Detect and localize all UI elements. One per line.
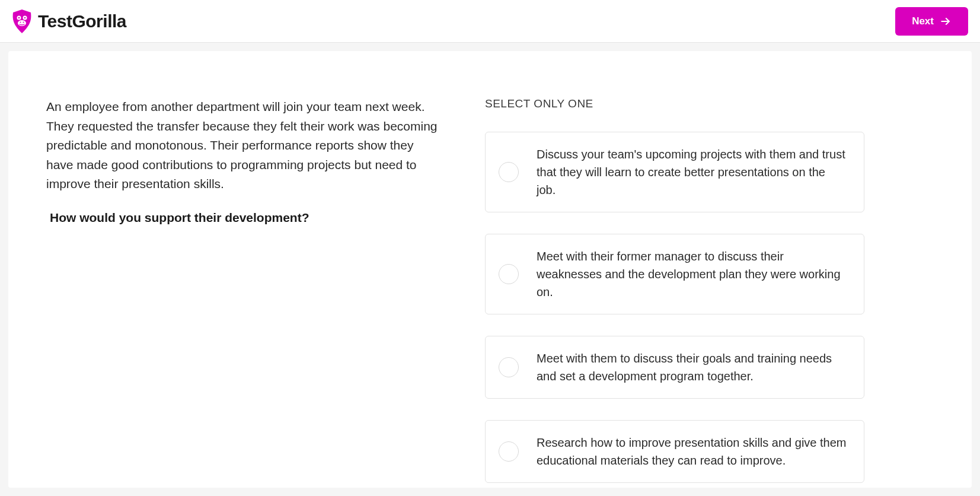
header-bar: TestGorilla Next <box>0 0 980 43</box>
brand-name: TestGorilla <box>38 11 126 31</box>
next-button[interactable]: Next <box>895 7 968 36</box>
svg-point-2 <box>18 17 20 18</box>
radio-icon <box>499 357 519 377</box>
scenario-text: An employee from another department will… <box>46 97 438 194</box>
option-2[interactable]: Meet with their former manager to discus… <box>485 234 864 314</box>
option-text: Meet with their former manager to discus… <box>537 247 847 301</box>
option-1[interactable]: Discuss your team's upcoming projects wi… <box>485 132 864 212</box>
svg-point-3 <box>24 17 26 18</box>
question-panel: An employee from another department will… <box>46 97 438 464</box>
radio-icon <box>499 441 519 462</box>
option-text: Research how to improve presentation ski… <box>537 434 847 469</box>
answer-panel: SELECT ONLY ONE Discuss your team's upco… <box>485 97 864 464</box>
radio-icon <box>499 264 519 284</box>
option-text: Discuss your team's upcoming projects wi… <box>537 145 847 199</box>
arrow-right-icon <box>940 15 952 27</box>
radio-icon <box>499 162 519 182</box>
option-4[interactable]: Research how to improve presentation ski… <box>485 420 864 483</box>
svg-point-6 <box>23 21 24 23</box>
question-card: An employee from another department will… <box>8 51 972 488</box>
options-list: Discuss your team's upcoming projects wi… <box>485 132 864 483</box>
brand-logo: TestGorilla <box>12 9 126 33</box>
option-text: Meet with them to discuss their goals an… <box>537 349 847 385</box>
gorilla-shield-icon <box>12 9 32 33</box>
option-3[interactable]: Meet with them to discuss their goals an… <box>485 336 864 399</box>
question-prompt: How would you support their development? <box>50 208 438 228</box>
svg-point-5 <box>20 21 21 23</box>
selection-instruction: SELECT ONLY ONE <box>485 97 864 110</box>
next-button-label: Next <box>912 15 934 27</box>
